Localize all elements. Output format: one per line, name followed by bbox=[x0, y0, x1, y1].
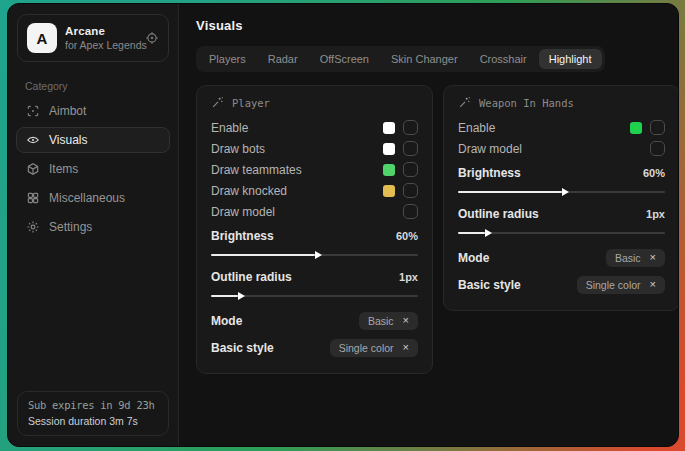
color-swatch[interactable] bbox=[383, 185, 395, 197]
slider-thumb[interactable] bbox=[562, 188, 569, 196]
setting-row-draw-teammates: Draw teammates bbox=[211, 159, 418, 180]
setting-row-basic-style: Basic style Single color × bbox=[211, 334, 418, 361]
tab-highlight[interactable]: Highlight bbox=[539, 49, 602, 69]
panel-player: Player Enable Draw bots bbox=[196, 85, 433, 374]
sidebar-item-settings[interactable]: Settings bbox=[16, 214, 170, 240]
setting-row-brightness: Brightness 60% bbox=[458, 162, 665, 183]
sidebar-item-miscellaneous[interactable]: Miscellaneous bbox=[16, 185, 170, 211]
basic-style-select-chip[interactable]: Single color × bbox=[330, 339, 418, 357]
brightness-slider[interactable] bbox=[458, 191, 665, 193]
app-header-card: A Arcane for Apex Legends bbox=[17, 14, 169, 62]
app-title: Arcane bbox=[65, 25, 137, 37]
subscription-info-card: Sub expires in 9d 23h Session duration 3… bbox=[17, 391, 169, 436]
setting-row-draw-bots: Draw bots bbox=[211, 138, 418, 159]
panel-title: Weapon In Hands bbox=[479, 97, 574, 109]
brightness-slider[interactable] bbox=[211, 254, 418, 256]
gear-icon bbox=[26, 220, 40, 234]
panels-row: Player Enable Draw bots bbox=[196, 85, 679, 374]
session-duration-text: Session duration 3m 7s bbox=[28, 415, 158, 427]
remove-tag-icon[interactable]: × bbox=[403, 342, 409, 353]
setting-row-draw-model: Draw model bbox=[211, 201, 418, 222]
color-swatch[interactable] bbox=[383, 143, 395, 155]
tab-skin-changer[interactable]: Skin Changer bbox=[381, 49, 468, 69]
wand-icon bbox=[458, 96, 471, 109]
checkbox[interactable] bbox=[403, 204, 418, 219]
checkbox[interactable] bbox=[403, 162, 418, 177]
sidebar-item-aimbot[interactable]: Aimbot bbox=[16, 98, 170, 124]
target-settings-icon[interactable] bbox=[145, 31, 159, 45]
sidebar: A Arcane for Apex Legends Category bbox=[8, 4, 179, 446]
sidebar-item-label: Aimbot bbox=[49, 104, 86, 118]
setting-row-brightness: Brightness 60% bbox=[211, 225, 418, 246]
app-logo: A bbox=[27, 23, 57, 53]
color-swatch[interactable] bbox=[630, 122, 642, 134]
tab-radar[interactable]: Radar bbox=[258, 49, 308, 69]
wand-icon bbox=[211, 96, 224, 109]
app-window: A Arcane for Apex Legends Category bbox=[7, 3, 679, 447]
sidebar-item-label: Settings bbox=[49, 220, 92, 234]
slider-thumb[interactable] bbox=[485, 229, 492, 237]
category-label: Category bbox=[25, 80, 178, 92]
slider-value: 60% bbox=[643, 167, 665, 179]
tab-players[interactable]: Players bbox=[199, 49, 256, 69]
outline-radius-slider[interactable] bbox=[211, 295, 418, 297]
remove-tag-icon[interactable]: × bbox=[650, 279, 656, 290]
mode-select-chip[interactable]: Basic × bbox=[606, 249, 665, 267]
crosshair-scan-icon bbox=[26, 104, 40, 118]
remove-tag-icon[interactable]: × bbox=[650, 252, 656, 263]
checkbox[interactable] bbox=[403, 183, 418, 198]
setting-row-outline-radius: Outline radius 1px bbox=[458, 203, 665, 224]
checkbox[interactable] bbox=[650, 120, 665, 135]
outline-radius-slider[interactable] bbox=[458, 232, 665, 234]
slider-thumb[interactable] bbox=[315, 251, 322, 259]
setting-row-enable: Enable bbox=[458, 117, 665, 138]
setting-row-draw-model: Draw model bbox=[458, 138, 665, 159]
tab-bar: Players Radar OffScreen Skin Changer Cro… bbox=[196, 46, 605, 72]
cube-icon bbox=[26, 162, 40, 176]
sidebar-item-label: Items bbox=[49, 162, 78, 176]
sidebar-item-visuals[interactable]: Visuals bbox=[16, 127, 170, 153]
layout-grid-icon bbox=[26, 191, 40, 205]
setting-row-enable: Enable bbox=[211, 117, 418, 138]
setting-row-draw-knocked: Draw knocked bbox=[211, 180, 418, 201]
slider-thumb[interactable] bbox=[238, 292, 245, 300]
sidebar-item-items[interactable]: Items bbox=[16, 156, 170, 182]
sidebar-item-label: Miscellaneous bbox=[49, 191, 125, 205]
sidebar-item-label: Visuals bbox=[49, 133, 87, 147]
checkbox[interactable] bbox=[650, 141, 665, 156]
app-subtitle: for Apex Legends bbox=[65, 39, 137, 51]
slider-value: 60% bbox=[396, 230, 418, 242]
panel-weapon-in-hands: Weapon In Hands Enable Draw model Bright… bbox=[443, 85, 679, 311]
remove-tag-icon[interactable]: × bbox=[403, 315, 409, 326]
slider-value: 1px bbox=[399, 271, 418, 283]
page-title: Visuals bbox=[196, 18, 679, 33]
setting-row-mode: Mode Basic × bbox=[458, 244, 665, 271]
tab-offscreen[interactable]: OffScreen bbox=[310, 49, 379, 69]
sub-expiry-text: Sub expires in 9d 23h bbox=[28, 399, 158, 411]
color-swatch[interactable] bbox=[383, 164, 395, 176]
sidebar-nav: Aimbot Visuals Items bbox=[8, 98, 178, 240]
basic-style-select-chip[interactable]: Single color × bbox=[577, 276, 665, 294]
eye-icon bbox=[26, 133, 40, 147]
color-swatch[interactable] bbox=[383, 122, 395, 134]
slider-value: 1px bbox=[646, 208, 665, 220]
checkbox[interactable] bbox=[403, 141, 418, 156]
checkbox[interactable] bbox=[403, 120, 418, 135]
tab-crosshair[interactable]: Crosshair bbox=[470, 49, 537, 69]
setting-row-outline-radius: Outline radius 1px bbox=[211, 266, 418, 287]
setting-row-basic-style: Basic style Single color × bbox=[458, 271, 665, 298]
panel-title: Player bbox=[232, 97, 270, 109]
main-content: Visuals Players Radar OffScreen Skin Cha… bbox=[179, 4, 679, 446]
mode-select-chip[interactable]: Basic × bbox=[359, 312, 418, 330]
setting-row-mode: Mode Basic × bbox=[211, 307, 418, 334]
